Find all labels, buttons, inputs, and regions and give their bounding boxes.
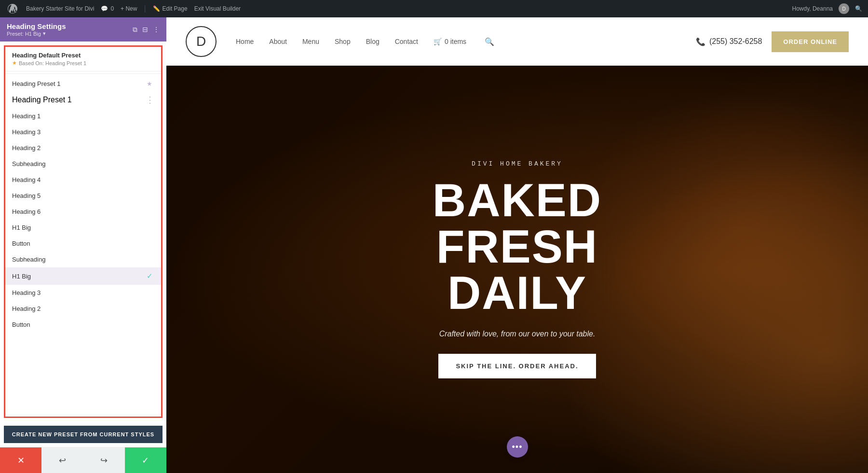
- edit-page-link[interactable]: ✏️ Edit Page: [153, 5, 188, 12]
- list-item[interactable]: Heading 3: [5, 285, 161, 301]
- redo-button[interactable]: ↪: [83, 447, 125, 473]
- hero-cta-button[interactable]: SKIP THE LINE. ORDER AHEAD.: [438, 354, 596, 378]
- new-content-link[interactable]: + New: [121, 5, 137, 12]
- nav-item-blog[interactable]: Blog: [366, 38, 380, 45]
- search-icon[interactable]: 🔍: [482, 34, 497, 49]
- hero-content: DIVI HOME BAKERY BAKED FRESH DAILY Craft…: [349, 160, 686, 378]
- default-preset-based-on: ★ Based On: Heading Preset 1: [12, 60, 154, 66]
- panel-header-left: Heading Settings Preset: H1 Big ▾: [7, 22, 66, 37]
- phone-icon: 📞: [696, 37, 705, 46]
- undo-button[interactable]: ↩: [41, 447, 83, 473]
- exit-builder-link[interactable]: Exit Visual Builder: [194, 5, 241, 12]
- default-preset-item[interactable]: Heading Default Preset ★ Based On: Headi…: [5, 47, 161, 71]
- list-item[interactable]: Heading 5: [5, 188, 161, 204]
- main-layout: Heading Settings Preset: H1 Big ▾ ⧉ ⊟ ⋮ …: [0, 17, 868, 473]
- floating-dots-icon: •••: [512, 442, 523, 452]
- panel-header-icons: ⧉ ⊟ ⋮: [133, 26, 160, 34]
- phone-number: 📞 (255) 352-6258: [696, 37, 762, 46]
- more-options-icon[interactable]: ⋮: [153, 26, 160, 33]
- bottom-action-bar: ✕ ↩ ↪ ✓: [0, 447, 166, 473]
- default-preset-star: ★: [12, 60, 17, 66]
- wp-logo[interactable]: [6, 2, 19, 15]
- order-online-button[interactable]: ORDER ONLINE: [772, 31, 849, 52]
- site-name-link[interactable]: Bakery Starter Site for Divi: [26, 5, 94, 12]
- panel-title: Heading Settings: [7, 22, 66, 30]
- list-item[interactable]: Subheading: [5, 156, 161, 172]
- user-avatar[interactable]: D: [839, 3, 849, 14]
- admin-bar-left: Bakery Starter Site for Divi 💬 0 + New |…: [6, 2, 785, 15]
- site-navigation: Home About Menu Shop Blog Contact 🛒 0 it…: [236, 34, 696, 49]
- preset-group-row: Heading Preset 1 ⋮: [5, 92, 161, 108]
- panel-header: Heading Settings Preset: H1 Big ▾ ⧉ ⊟ ⋮: [0, 17, 166, 42]
- star-icon: ★: [145, 80, 154, 87]
- howdy-text: Howdy, Deanna: [792, 5, 833, 12]
- list-item[interactable]: Button: [5, 236, 161, 251]
- admin-bar-right: Howdy, Deanna D 🔍: [792, 3, 863, 14]
- check-icon: ✓: [145, 272, 154, 280]
- site-logo[interactable]: D: [186, 26, 217, 57]
- list-item[interactable]: Heading 2: [5, 140, 161, 156]
- preset-list: Heading Default Preset ★ Based On: Headi…: [4, 45, 163, 418]
- admin-search-icon[interactable]: 🔍: [855, 5, 862, 12]
- hero-section: DIVI HOME BAKERY BAKED FRESH DAILY Craft…: [166, 66, 868, 473]
- site-preview: D Home About Menu Shop Blog Contact 🛒 0 …: [166, 17, 868, 473]
- list-item[interactable]: Button: [5, 317, 161, 333]
- list-item[interactable]: Heading 6: [5, 204, 161, 220]
- group-dots-icon[interactable]: ⋮: [146, 95, 154, 105]
- nav-item-contact[interactable]: Contact: [395, 38, 418, 45]
- admin-bar: Bakery Starter Site for Divi 💬 0 + New |…: [0, 0, 868, 17]
- list-item-label: Heading Preset 1: [12, 96, 146, 104]
- confirm-button[interactable]: ✓: [125, 447, 166, 473]
- list-item-active[interactable]: H1 Big ✓: [5, 267, 161, 285]
- nav-item-home[interactable]: Home: [236, 38, 254, 45]
- default-preset-name: Heading Default Preset: [12, 52, 154, 59]
- hero-subtitle: DIVI HOME BAKERY: [358, 160, 677, 167]
- list-item[interactable]: Heading 1: [5, 108, 161, 124]
- list-item[interactable]: Heading Preset 1 ★: [5, 76, 161, 92]
- hero-description: Crafted with love, from our oven to your…: [358, 330, 677, 338]
- nav-item-about[interactable]: About: [269, 38, 287, 45]
- comment-count-link[interactable]: 💬 0: [101, 5, 114, 12]
- list-item[interactable]: Heading 4: [5, 172, 161, 188]
- create-preset-button[interactable]: CREATE NEW PRESET FROM CURRENT STYLES: [4, 426, 163, 443]
- split-view-icon[interactable]: ⊟: [142, 26, 148, 33]
- list-item[interactable]: Heading 3: [5, 124, 161, 140]
- panel-preset-selector[interactable]: Preset: H1 Big ▾: [7, 30, 66, 37]
- nav-item-menu[interactable]: Menu: [302, 38, 319, 45]
- duplicate-icon[interactable]: ⧉: [133, 26, 137, 34]
- list-item[interactable]: Heading 2: [5, 301, 161, 317]
- cancel-button[interactable]: ✕: [0, 447, 41, 473]
- left-panel: Heading Settings Preset: H1 Big ▾ ⧉ ⊟ ⋮ …: [0, 17, 166, 473]
- nav-item-shop[interactable]: Shop: [335, 38, 351, 45]
- hero-title: BAKED FRESH DAILY: [358, 177, 677, 316]
- list-item[interactable]: H1 Big: [5, 220, 161, 236]
- cart-link[interactable]: 🛒 0 items: [434, 38, 466, 45]
- preset-separator: [5, 73, 161, 74]
- site-navbar: D Home About Menu Shop Blog Contact 🛒 0 …: [166, 17, 868, 66]
- floating-dots-button[interactable]: •••: [507, 436, 528, 458]
- navbar-right: 📞 (255) 352-6258 ORDER ONLINE: [696, 31, 849, 52]
- list-item[interactable]: Subheading: [5, 251, 161, 267]
- cart-icon: 🛒: [434, 38, 442, 45]
